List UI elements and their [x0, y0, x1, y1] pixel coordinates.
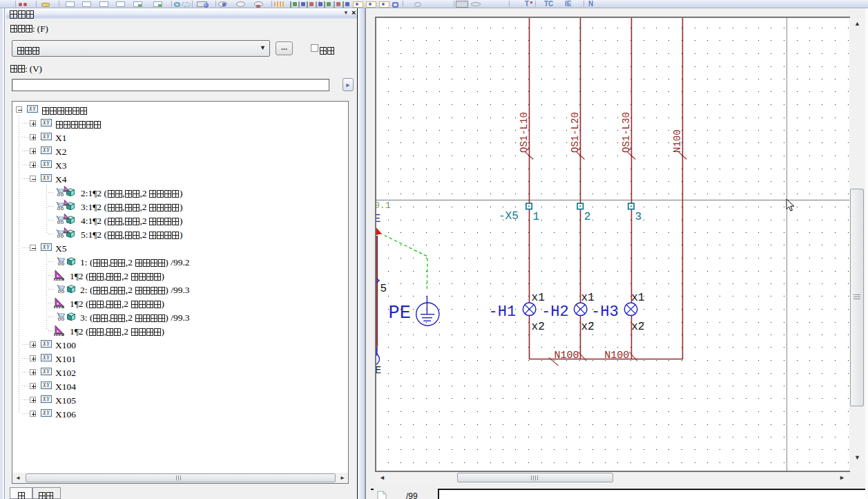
- svg-text:x2: x2: [532, 321, 545, 333]
- svg-text:1: 1: [533, 211, 540, 223]
- svg-text:N100: N100: [604, 350, 629, 361]
- svg-text:-H3: -H3: [591, 303, 619, 321]
- svg-text:3: 3: [635, 211, 642, 223]
- svg-text:-X5: -X5: [499, 210, 519, 223]
- svg-text:N100: N100: [672, 129, 683, 153]
- svg-text:x1: x1: [532, 292, 545, 304]
- svg-text:x1: x1: [581, 292, 594, 304]
- svg-text:0.: 0.: [376, 200, 385, 211]
- svg-text:x1: x1: [631, 292, 644, 304]
- svg-text:QS1-L30: QS1-L30: [621, 112, 632, 153]
- svg-text:x2: x2: [581, 321, 594, 333]
- svg-text:PE: PE: [389, 303, 411, 323]
- svg-text:5: 5: [380, 283, 387, 295]
- svg-text:E: E: [376, 212, 381, 225]
- svg-text:N100: N100: [554, 350, 579, 361]
- svg-text:E: E: [376, 364, 381, 377]
- svg-text:QS1-L20: QS1-L20: [570, 112, 581, 153]
- svg-text:QS1-L10: QS1-L10: [519, 112, 530, 153]
- svg-text:1: 1: [385, 200, 391, 211]
- svg-text:2: 2: [584, 211, 591, 223]
- svg-text:-H2: -H2: [541, 303, 569, 321]
- svg-text:x2: x2: [631, 321, 644, 333]
- svg-text:-H1: -H1: [489, 303, 517, 321]
